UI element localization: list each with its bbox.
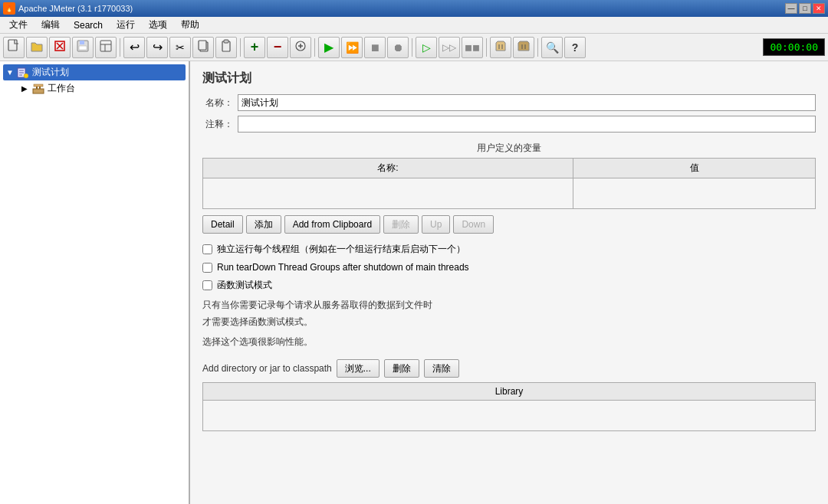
toolbar-save-button[interactable] <box>72 37 94 58</box>
tree-expand-icon[interactable]: ▼ <box>6 68 14 77</box>
teardown-label: Run tearDown Thread Groups after shutdow… <box>217 262 469 273</box>
variables-cell-value <box>573 178 816 209</box>
close-button[interactable]: ✕ <box>813 3 825 14</box>
toolbar-close-button[interactable] <box>49 37 71 58</box>
toolbar-open-button[interactable] <box>26 37 48 58</box>
detail-button[interactable]: Detail <box>202 215 243 234</box>
workbench-expand-icon[interactable]: ▶ <box>21 84 29 93</box>
title-bar-left: 🔥 Apache JMeter (3.1 r1770033) <box>3 2 133 15</box>
up-button[interactable]: Up <box>422 215 450 234</box>
title-bar-controls[interactable]: — □ ✕ <box>785 3 825 14</box>
open-icon <box>30 39 44 55</box>
menu-options[interactable]: 选项 <box>143 17 173 33</box>
toolbar-add-button[interactable]: + <box>244 37 265 58</box>
functional-mode-checkbox[interactable] <box>202 280 212 290</box>
browse-button[interactable]: 浏览... <box>337 359 380 378</box>
undo-icon: ↩ <box>130 40 140 54</box>
main-layout: ▼ 测试计划 ▶ 工作台 测试计划 名称： 注释： <box>0 61 828 504</box>
toolbar-help-button[interactable]: ? <box>564 37 586 58</box>
info-text-1: 只有当你需要记录每个请求从服务器取得的数据到文件时 <box>202 298 816 312</box>
toolbar-start-no-pause-button[interactable]: ⏩ <box>341 37 363 58</box>
toolbar-start-button[interactable]: ▶ <box>318 37 340 58</box>
minus-icon: − <box>274 39 282 55</box>
svg-rect-29 <box>34 84 43 87</box>
toolbar-clear-button[interactable] <box>490 37 511 58</box>
test-plan-icon <box>17 67 29 79</box>
remote-start-all-icon: ▷▷ <box>442 42 456 53</box>
toolbar-new-button[interactable] <box>3 37 25 58</box>
tree-child-workbench: ▶ 工作台 <box>18 80 186 97</box>
classpath-delete-button[interactable]: 删除 <box>384 359 419 378</box>
help-icon: ? <box>572 41 579 54</box>
comment-input[interactable] <box>238 116 816 133</box>
toolbar-remote-stop-all-button[interactable]: ◼◼ <box>462 37 483 58</box>
play-icon: ▶ <box>324 40 334 54</box>
title-bar: 🔥 Apache JMeter (3.1 r1770033) — □ ✕ <box>0 0 828 17</box>
toolbar-template-button[interactable] <box>95 37 117 58</box>
clear-all-icon <box>517 39 531 55</box>
toolbar-cut-button[interactable]: ✂ <box>169 37 191 58</box>
toolbar-sep-6 <box>537 38 538 57</box>
maximize-button[interactable]: □ <box>799 3 811 14</box>
variables-empty-row <box>203 178 816 209</box>
svg-rect-5 <box>80 41 84 44</box>
checkbox-row-1: 独立运行每个线程组（例如在一个组运行结束后启动下一个） <box>202 243 816 256</box>
sidebar-item-test-plan[interactable]: ▼ 测试计划 <box>3 64 186 80</box>
variables-subtitle: 用户定义的变量 <box>202 142 816 155</box>
menu-help[interactable]: 帮助 <box>175 17 205 33</box>
functional-mode-label: 函数测试模式 <box>217 279 272 292</box>
menu-run[interactable]: 运行 <box>110 17 141 33</box>
toolbar-sep-3 <box>314 38 315 57</box>
toolbar-expand-button[interactable] <box>290 37 311 58</box>
svg-rect-0 <box>8 40 17 51</box>
thread-group-checkbox[interactable] <box>202 244 212 254</box>
toolbar-sep-5 <box>486 38 487 57</box>
library-col: Library <box>203 383 816 401</box>
menu-bar: 文件 编辑 Search 运行 选项 帮助 <box>0 17 828 34</box>
delete-button[interactable]: 删除 <box>383 215 419 234</box>
library-cell <box>203 401 816 431</box>
menu-search[interactable]: Search <box>67 18 109 32</box>
close-icon <box>53 39 67 55</box>
toolbar-find-button[interactable]: 🔍 <box>541 37 563 58</box>
variables-cell-name <box>203 178 573 209</box>
down-button[interactable]: Down <box>453 215 494 234</box>
svg-rect-7 <box>100 41 111 51</box>
toolbar: ↩ ↪ ✂ + − ▶ ⏩ ⏹ <box>0 34 828 61</box>
title-bar-text: Apache JMeter (3.1 r1770033) <box>18 4 133 13</box>
timer-display: 00:00:00 <box>763 38 825 56</box>
toolbar-shutdown-button[interactable]: ⏺ <box>387 37 409 58</box>
stop-icon: ⏹ <box>370 41 380 54</box>
teardown-checkbox[interactable] <box>202 263 212 273</box>
toolbar-remove-button[interactable]: − <box>267 37 288 58</box>
checkbox-row-3: 函数测试模式 <box>202 279 816 292</box>
menu-edit[interactable]: 编辑 <box>35 17 66 33</box>
toolbar-sep-1 <box>120 38 120 57</box>
add-button[interactable]: 添加 <box>246 215 281 234</box>
svg-rect-26 <box>33 89 44 93</box>
sidebar-item-workbench[interactable]: ▶ 工作台 <box>18 80 186 97</box>
save-icon <box>76 39 90 55</box>
svg-point-25 <box>24 74 28 78</box>
name-row: 名称： <box>202 94 816 111</box>
cut-icon: ✂ <box>176 41 185 54</box>
app-icon: 🔥 <box>3 2 15 15</box>
minimize-button[interactable]: — <box>785 3 797 14</box>
variables-table: 名称: 值 <box>202 158 816 209</box>
toolbar-undo-button[interactable]: ↩ <box>123 37 145 58</box>
col-value: 值 <box>573 159 816 178</box>
toolbar-stop-button[interactable]: ⏹ <box>364 37 386 58</box>
menu-file[interactable]: 文件 <box>3 17 34 33</box>
toolbar-clear-all-button[interactable] <box>513 37 534 58</box>
toolbar-paste-button[interactable] <box>215 37 237 58</box>
workbench-icon <box>32 83 44 95</box>
toolbar-redo-button[interactable]: ↪ <box>146 37 168 58</box>
toolbar-remote-start-all-button[interactable]: ▷▷ <box>439 37 460 58</box>
toolbar-copy-button[interactable] <box>192 37 214 58</box>
toolbar-remote-start-button[interactable]: ▷ <box>416 37 437 58</box>
name-input[interactable] <box>238 94 816 111</box>
add-icon: + <box>251 39 259 55</box>
copy-icon <box>196 39 210 55</box>
add-from-clipboard-button[interactable]: Add from Clipboard <box>284 215 380 234</box>
clear-button[interactable]: 清除 <box>424 359 459 378</box>
